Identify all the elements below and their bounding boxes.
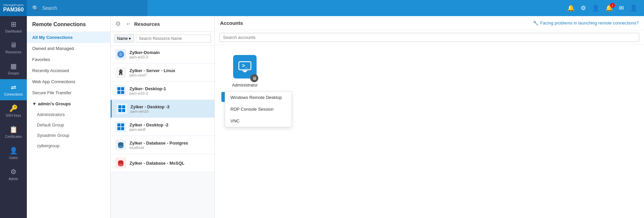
sidebar-label-resources: Resources (5, 50, 21, 54)
dashboard-icon: ⊞ (11, 20, 16, 28)
dropdown-item-vnc[interactable]: VNC (225, 115, 291, 127)
sidebar-item-certificates[interactable]: 📋 Certificates (0, 121, 27, 143)
nav-sub-item-zylkergroup[interactable]: zylkergroup (27, 141, 110, 151)
svg-point-3 (119, 73, 120, 75)
logo-area: ManageEngine PAM360 (0, 0, 27, 16)
dropdown-item-windows-remote-desktop[interactable]: Windows Remote Desktop (225, 92, 291, 103)
nav-item-owned-managed[interactable]: Owned and Managed (27, 43, 110, 54)
notification-bell-icon[interactable]: 🔔 1 (605, 4, 613, 12)
accounts-title: Accounts (220, 20, 243, 26)
svg-text:D: D (119, 53, 122, 56)
chevron-down-icon: ▾ (129, 36, 131, 41)
user-profile-icon[interactable]: 👤 (630, 4, 637, 12)
nav-item-secure-file-transfer[interactable]: Secure File Transfer (27, 87, 110, 98)
main-layout: ⊞ Dashboard 🖥 Resources ▦ Groups ⇌ Conne… (0, 16, 644, 218)
resources-list: D Zylker-Domain pam-w10-3 Zylker - Serve… (111, 46, 214, 218)
wrench-icon: 🔧 (533, 20, 538, 25)
resource-host: pam-cent7 (129, 73, 175, 77)
nav-item-all-my-connections[interactable]: All My Connections (27, 32, 110, 43)
name-dropdown[interactable]: Name ▾ (114, 35, 134, 43)
top-header: ManageEngine PAM360 🔍 🔔 ⚙ 👤 🔔 1 ✉ 👤 (0, 0, 644, 16)
resource-item-zylker-desktop-3[interactable]: Zylker - Desktop -3 pam-win10 (111, 100, 214, 118)
svg-point-6 (121, 71, 122, 71)
nav-sub-item-default-group[interactable]: Default Group (27, 120, 110, 130)
resource-item-zylker-db-mssql[interactable]: Zylker - Database - MsSQL (111, 154, 214, 172)
nav-item-recently-accessed[interactable]: Recently Accessed (27, 65, 110, 76)
resource-item-zylker-desktop-1[interactable]: Zylker- Desktop-1 pam-w10-2 (111, 82, 214, 100)
nav-group-header: ▼ admin's Groups (27, 98, 110, 109)
link-icon[interactable]: ⚙ (581, 4, 586, 12)
resource-info: Zylker - Desktop -3 pam-win10 (130, 104, 169, 113)
global-search-input[interactable] (42, 5, 142, 11)
resource-host: pam-w10-2 (129, 91, 166, 95)
admin-icon: ⚙ (10, 168, 16, 176)
groups-icon: ▦ (10, 62, 17, 70)
resource-name: Zylker - Database - MsSQL (129, 161, 184, 166)
nav-sub-item-administrators[interactable]: Administrators (27, 109, 110, 120)
facing-problems-area[interactable]: 🔧 Facing problems in launching remote co… (533, 20, 639, 25)
sidebar-label-ssh-keys: SSH Keys (6, 114, 21, 117)
users-icon: 👤 (9, 147, 18, 155)
resource-item-zylker-domain[interactable]: D Zylker-Domain pam-w10-3 (111, 46, 214, 63)
svg-point-24 (118, 164, 123, 166)
nav-item-favorites[interactable]: Favorites (27, 54, 110, 65)
facing-problems-text: Facing problems in launching remote conn… (540, 20, 639, 25)
sidebar-item-groups[interactable]: ▦ Groups (0, 58, 27, 79)
resource-name: Zylker - Desktop -3 (130, 104, 169, 109)
sidebar-item-admin[interactable]: ⚙ Admin (0, 164, 27, 185)
sidebar-item-resources[interactable]: 🖥 Resources (0, 37, 27, 58)
windows-icon (115, 85, 126, 96)
resource-name: Zylker - Desktop -2 (129, 122, 168, 127)
header-icons-area: 🔔 ⚙ 👤 🔔 1 ✉ 👤 (567, 4, 644, 12)
connections-icon: ⇌ (11, 83, 16, 91)
sidebar-item-connections[interactable]: ⇌ Connections (0, 79, 27, 100)
sidebar-item-dashboard[interactable]: ⊞ Dashboard (0, 16, 27, 37)
svg-rect-12 (122, 105, 125, 108)
mail-icon[interactable]: ✉ (619, 4, 624, 12)
resource-host: localhost (129, 146, 188, 150)
svg-rect-15 (117, 123, 120, 126)
resource-info: Zylker - Database - Postgres localhost (129, 141, 188, 150)
windows-icon-selected (116, 103, 127, 114)
logo-pam-text: PAM360 (3, 7, 23, 13)
svg-rect-8 (121, 87, 124, 90)
resources-title: Resources (134, 21, 160, 27)
svg-rect-18 (121, 127, 124, 130)
windows-icon-2 (115, 121, 126, 132)
mssql-icon (115, 158, 126, 168)
svg-point-21 (118, 146, 123, 148)
person-add-icon[interactable]: 👤 (592, 4, 599, 12)
sidebar-label-dashboard: Dashboard (5, 30, 22, 33)
chevron-icon: ▼ (32, 101, 37, 106)
svg-rect-17 (117, 127, 120, 130)
sidebar-label-groups: Groups (8, 71, 19, 75)
resource-info: Zylker - Database - MsSQL (129, 161, 184, 166)
resource-info: Zylker-Domain pam-w10-3 (129, 50, 160, 59)
dropdown-item-rdp-console-session[interactable]: RDP Console Session (225, 103, 291, 115)
accounts-search-input[interactable] (219, 33, 639, 42)
resource-host: pam-w10-3 (129, 55, 160, 59)
resource-info: Zylker - Server - Linux pam-cent7 (129, 68, 175, 77)
nav-item-web-app-connections[interactable]: Web App Connections (27, 76, 110, 87)
nav-sub-item-sysadmin-group[interactable]: Sysadmin Group (27, 130, 110, 141)
domain-icon: D (115, 49, 126, 60)
accounts-search-area (215, 30, 644, 45)
sidebar-item-users[interactable]: 👤 Users (0, 143, 27, 164)
account-name: Administrator (232, 83, 258, 88)
resource-host: pam-win10 (130, 109, 169, 113)
resource-search-input[interactable] (136, 35, 211, 43)
svg-rect-7 (117, 87, 120, 90)
account-card-area: >_ 🖥 Administrator Connect ⋮ Windows Rem… (215, 45, 644, 218)
resource-item-zylker-desktop-2[interactable]: Zylker - Desktop -2 pam-win8 (111, 118, 214, 136)
postgres-icon (115, 140, 126, 150)
alert-icon[interactable]: 🔔 (567, 4, 575, 12)
resource-name: Zylker - Database - Postgres (129, 141, 188, 146)
resource-host: pam-win8 (129, 127, 168, 131)
resource-info: Zylker- Desktop-1 pam-w10-2 (129, 86, 166, 95)
resource-info: Zylker - Desktop -2 pam-win8 (129, 122, 168, 131)
search-icon: 🔍 (32, 5, 39, 11)
resource-item-zylker-server-linux[interactable]: Zylker - Server - Linux pam-cent7 (111, 64, 214, 81)
resource-item-zylker-db-postgres[interactable]: Zylker - Database - Postgres localhost (111, 136, 214, 154)
back-button[interactable]: ← (125, 20, 131, 28)
sidebar-item-ssh-keys[interactable]: 🔑 SSH Keys (0, 100, 27, 121)
